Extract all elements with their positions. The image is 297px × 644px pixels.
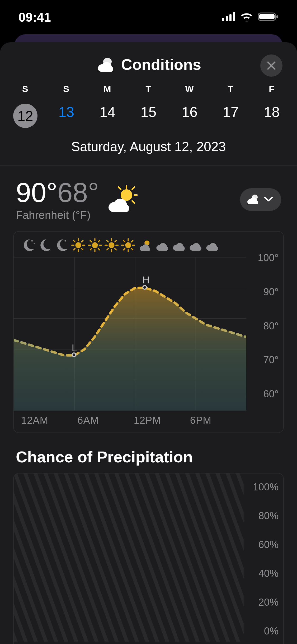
date-cell-0[interactable]: S 12 — [5, 84, 46, 128]
svg-line-52 — [131, 241, 133, 242]
svg-rect-0 — [222, 18, 224, 21]
sun-icon — [71, 238, 86, 252]
sun-icon — [104, 238, 119, 252]
day-of-week: S — [5, 84, 46, 94]
svg-point-18 — [76, 242, 81, 248]
cloud-icon — [187, 238, 202, 252]
precipitation-y-axis: 100% 80% 60% 40% 20% 0% — [253, 481, 279, 637]
partly-cloudy-icon — [106, 185, 138, 215]
date-cell-1[interactable]: S 13 — [46, 84, 87, 128]
sun-icon — [121, 238, 135, 252]
svg-line-44 — [107, 249, 109, 250]
day-number: 14 — [87, 104, 128, 120]
y-tick: 20% — [258, 597, 279, 608]
status-time: 09:41 — [18, 10, 51, 25]
day-number: 16 — [169, 104, 210, 120]
day-of-week: T — [128, 84, 169, 94]
svg-rect-3 — [233, 12, 235, 21]
temperature-plot-area: L H — [14, 257, 246, 411]
y-tick: 100° — [258, 252, 279, 264]
status-indicators — [222, 12, 279, 22]
svg-line-51 — [131, 249, 133, 250]
high-marker-dot — [142, 285, 147, 290]
date-cell-2[interactable]: M 14 — [87, 84, 128, 128]
high-marker-label: H — [143, 275, 149, 286]
precipitation-chart[interactable]: 100% 80% 60% 40% 20% 0% 12AM 6AM 12PM 6P… — [13, 473, 284, 644]
temperature-chart[interactable]: L H 100° 90° 80° 70° 60° 12AM 6AM 12PM 6… — [13, 231, 284, 433]
svg-rect-6 — [276, 15, 278, 18]
unit-label: Fahrenheit (°F) — [16, 209, 99, 222]
y-tick: 60% — [258, 539, 279, 550]
conditions-icon — [96, 56, 115, 73]
precipitation-title: Chance of Precipitation — [0, 433, 297, 473]
precipitation-x-axis: 12AM 6AM 12PM 6PM — [14, 642, 283, 644]
sun-icon — [88, 238, 102, 252]
temperature-x-axis: 12AM 6AM 12PM 6PM — [14, 411, 283, 426]
moon-icon — [38, 238, 52, 252]
svg-rect-5 — [259, 14, 275, 19]
day-of-week: S — [46, 84, 87, 94]
full-date-label: Saturday, August 12, 2023 — [0, 139, 297, 165]
y-tick: 0% — [264, 625, 279, 637]
svg-rect-1 — [226, 16, 228, 21]
date-cell-5[interactable]: T 17 — [210, 84, 251, 128]
svg-line-33 — [98, 249, 100, 250]
svg-line-23 — [74, 241, 75, 242]
svg-line-26 — [74, 249, 75, 250]
battery-icon — [258, 12, 279, 22]
svg-line-25 — [82, 241, 83, 242]
low-marker-dot — [72, 352, 76, 357]
svg-point-27 — [92, 242, 98, 248]
precipitation-plot-area: 100% 80% 60% 40% 20% 0% — [14, 473, 283, 642]
cloud-icon — [204, 238, 219, 252]
svg-point-45 — [125, 242, 131, 248]
svg-line-12 — [132, 201, 134, 203]
x-tick: 6AM — [77, 415, 134, 426]
temperature-summary: 90°68° Fahrenheit (°F) — [16, 179, 138, 222]
wifi-icon — [240, 12, 253, 22]
svg-point-36 — [109, 242, 115, 248]
svg-line-43 — [115, 241, 116, 242]
svg-line-32 — [90, 241, 92, 242]
svg-point-15 — [31, 240, 33, 242]
date-cell-6[interactable]: F 18 — [251, 84, 292, 128]
x-tick: 6PM — [190, 415, 246, 426]
cloud-icon — [154, 238, 169, 252]
low-temp: 68° — [57, 177, 99, 208]
svg-point-17 — [65, 240, 66, 242]
y-tick: 90° — [263, 286, 279, 298]
cellular-icon — [222, 12, 235, 22]
svg-line-13 — [119, 187, 121, 189]
date-cell-4[interactable]: W 16 — [169, 84, 210, 128]
day-of-week: W — [169, 84, 210, 94]
day-number: 13 — [46, 104, 87, 120]
y-tick: 80% — [258, 510, 279, 522]
day-of-week: F — [251, 84, 292, 94]
low-marker-label: L — [72, 343, 77, 354]
y-tick: 40% — [258, 568, 279, 579]
date-strip[interactable]: S 12 S 13 M 14 T 15 W 16 T 17 F 18 — [0, 84, 297, 128]
day-of-week: T — [210, 84, 251, 94]
chevron-down-icon — [264, 196, 273, 203]
conditions-sheet: Conditions S 12 S 13 M 14 T 15 W 16 T 17 — [0, 42, 297, 644]
cloud-icon — [246, 194, 261, 206]
close-button[interactable] — [260, 54, 282, 77]
partly-cloudy-icon — [138, 238, 152, 252]
hourly-condition-icons — [14, 238, 283, 257]
status-bar: 09:41 — [0, 0, 297, 34]
metric-toggle[interactable] — [240, 188, 281, 211]
svg-rect-2 — [229, 14, 232, 21]
svg-point-16 — [34, 243, 35, 244]
cloud-icon — [171, 238, 185, 252]
svg-line-50 — [124, 241, 125, 242]
svg-line-53 — [124, 249, 125, 250]
svg-line-42 — [115, 249, 116, 250]
temperature-y-axis: 100° 90° 80° 70° 60° — [258, 252, 279, 400]
day-number: 18 — [251, 104, 292, 120]
sheet-title: Conditions — [121, 56, 201, 73]
svg-line-34 — [98, 241, 100, 242]
day-number: 15 — [128, 104, 169, 120]
date-cell-3[interactable]: T 15 — [128, 84, 169, 128]
moon-stars-icon — [54, 238, 69, 252]
svg-line-24 — [82, 249, 83, 250]
